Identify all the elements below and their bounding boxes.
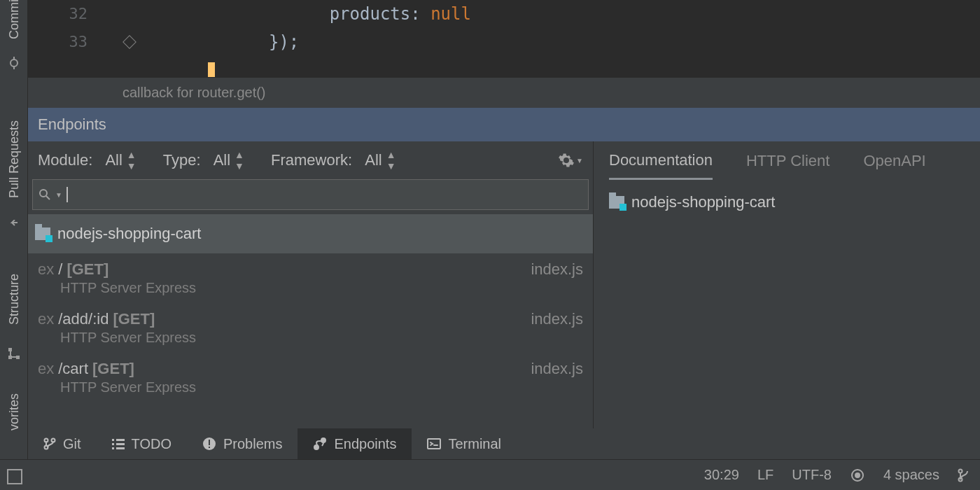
tab-todo[interactable]: TODO <box>97 428 187 459</box>
svg-rect-14 <box>112 443 114 445</box>
search-icon <box>38 188 51 201</box>
code-line: }); <box>158 28 299 56</box>
svg-rect-18 <box>116 447 125 449</box>
svg-rect-20 <box>209 440 210 445</box>
list-icon <box>112 438 125 450</box>
filter-framework[interactable]: Framework: All ▲▼ <box>271 149 395 172</box>
svg-rect-24 <box>428 439 440 449</box>
code-line: products: null <box>158 0 471 28</box>
terminal-icon <box>427 437 441 451</box>
line-number: 33 <box>28 28 102 56</box>
sidebar-tab-structure[interactable]: Structure <box>0 259 28 340</box>
sidebar-tab-pull-requests[interactable]: Pull Requests <box>0 105 28 214</box>
documentation-title: nodejs-shopping-cart <box>609 193 965 211</box>
breadcrumb[interactable]: callback for router.get() <box>28 77 980 108</box>
endpoint-item[interactable]: ex /cart [GET] index.js HTTP Server Expr… <box>28 353 593 402</box>
tool-window-title[interactable]: Endpoints <box>28 108 980 141</box>
sidebar-tab-commit[interactable]: Commi <box>0 0 28 39</box>
endpoints-search-input[interactable]: ▼ <box>32 179 589 210</box>
structure-icon <box>0 343 28 364</box>
status-indent[interactable]: 4 spaces <box>883 467 939 483</box>
tab-endpoints[interactable]: Endpoints <box>298 428 412 459</box>
svg-rect-15 <box>112 447 114 449</box>
tab-documentation[interactable]: Documentation <box>609 143 713 180</box>
gear-icon <box>558 152 575 169</box>
left-tool-sidebar: Commi Pull Requests Structure vorites <box>0 0 28 490</box>
svg-rect-21 <box>209 447 210 448</box>
status-encoding[interactable]: UTF-8 <box>792 467 832 483</box>
svg-rect-3 <box>8 348 12 351</box>
svg-point-27 <box>959 469 962 472</box>
module-folder-icon <box>35 227 50 240</box>
svg-rect-16 <box>116 439 125 441</box>
endpoints-settings-button[interactable]: ▼ <box>558 152 583 169</box>
status-bar: 30:29 LF UTF-8 4 spaces <box>0 459 980 490</box>
text-caret <box>66 187 68 202</box>
warning-icon <box>202 437 216 451</box>
code-editor[interactable]: 32 products: null 33 }); <box>28 0 980 77</box>
tab-git[interactable]: Git <box>28 428 97 459</box>
line-number: 32 <box>28 0 102 28</box>
tab-http-client[interactable]: HTTP Client <box>746 144 830 178</box>
commit-icon <box>0 52 28 74</box>
endpoint-item[interactable]: ex /add/:id [GET] index.js HTTP Server E… <box>28 303 593 353</box>
endpoint-group[interactable]: nodejs-shopping-cart <box>28 214 593 253</box>
tab-terminal[interactable]: Terminal <box>412 428 517 459</box>
status-caret-position[interactable]: 30:29 <box>704 467 739 483</box>
svg-line-9 <box>46 196 50 200</box>
bottom-tool-tabs: Git TODO Problems Endpoints Terminal <box>28 428 980 459</box>
endpoints-icon <box>313 437 327 451</box>
endpoint-item[interactable]: ex / [GET] index.js HTTP Server Express <box>28 253 593 303</box>
documentation-tabs: Documentation HTTP Client OpenAPI <box>594 141 980 181</box>
tab-openapi[interactable]: OpenAPI <box>863 144 925 178</box>
git-branch-icon[interactable] <box>958 468 970 483</box>
chevron-down-icon[interactable]: ▼ <box>55 191 62 199</box>
tab-problems[interactable]: Problems <box>187 428 298 459</box>
fold-diamond-icon <box>122 35 136 49</box>
svg-point-0 <box>10 59 18 66</box>
svg-point-8 <box>40 190 47 197</box>
search-field[interactable] <box>72 187 582 203</box>
svg-point-26 <box>855 473 860 477</box>
fold-marker[interactable] <box>102 37 158 47</box>
readonly-icon[interactable] <box>850 468 865 483</box>
module-folder-icon <box>609 196 624 209</box>
filter-module[interactable]: Module: All ▲▼ <box>38 149 135 172</box>
sort-arrows-icon: ▲▼ <box>127 149 135 172</box>
status-line-separator[interactable]: LF <box>757 467 774 483</box>
sort-arrows-icon: ▲▼ <box>234 149 243 172</box>
windows-icon[interactable] <box>10 469 22 482</box>
branch-icon <box>43 438 56 450</box>
svg-rect-17 <box>116 443 125 445</box>
svg-rect-13 <box>112 439 114 441</box>
svg-rect-7 <box>10 356 17 358</box>
svg-rect-6 <box>10 351 11 357</box>
pull-request-icon <box>0 216 28 237</box>
endpoints-filter-bar: Module: All ▲▼ Type: All ▲▼ Framework: A… <box>28 141 593 179</box>
chevron-down-icon: ▼ <box>576 157 583 164</box>
endpoints-list: nodejs-shopping-cart ex / [GET] index.js… <box>28 210 593 428</box>
sidebar-tab-favorites[interactable]: vorites <box>0 384 28 440</box>
endpoints-tool-window: Endpoints Module: All ▲▼ Type: All ▲▼ Fr… <box>28 108 980 428</box>
filter-type[interactable]: Type: All ▲▼ <box>163 149 243 172</box>
sort-arrows-icon: ▲▼ <box>386 149 395 172</box>
